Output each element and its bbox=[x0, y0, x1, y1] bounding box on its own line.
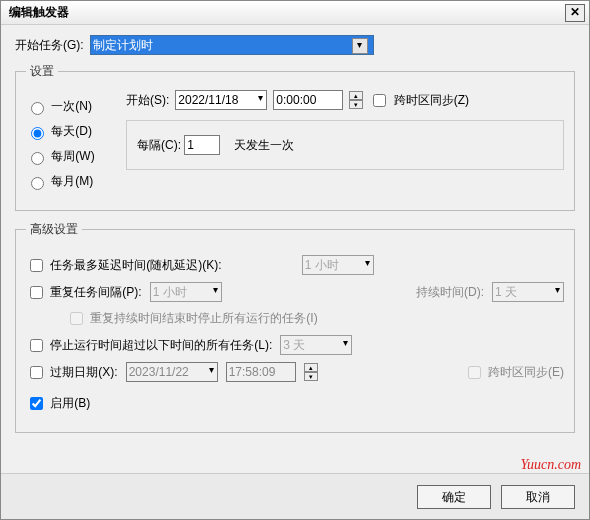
repeat-checkbox[interactable]: 重复任务间隔(P): bbox=[26, 283, 142, 302]
advanced-legend: 高级设置 bbox=[26, 221, 82, 238]
expire-date-input[interactable] bbox=[126, 362, 218, 382]
cancel-button[interactable]: 取消 bbox=[501, 485, 575, 509]
settings-legend: 设置 bbox=[26, 63, 58, 80]
recur-value-input[interactable] bbox=[184, 135, 220, 155]
time-spinner[interactable]: ▴▾ bbox=[349, 91, 363, 109]
start-date-input[interactable] bbox=[175, 90, 267, 110]
expire-spinner[interactable]: ▴▾ bbox=[304, 363, 318, 381]
delay-checkbox[interactable]: 任务最多延迟时间(随机延迟)(K): bbox=[26, 256, 222, 275]
stop-long-select[interactable]: 3 天 bbox=[280, 335, 352, 355]
recur-suffix: 天发生一次 bbox=[234, 138, 294, 152]
title-bar: 编辑触发器 ✕ bbox=[1, 1, 589, 25]
settings-group: 设置 一次(N) 每天(D) 每周(W) 每月(M) 开始(S): ▴▾ 跨时区… bbox=[15, 63, 575, 211]
begin-task-label: 开始任务(G): bbox=[15, 37, 84, 54]
ok-button[interactable]: 确定 bbox=[417, 485, 491, 509]
enabled-checkbox[interactable]: 启用(B) bbox=[26, 394, 90, 413]
expire-time-input[interactable] bbox=[226, 362, 296, 382]
stop-long-checkbox[interactable]: 停止运行时间超过以下时间的所有任务(L): bbox=[26, 336, 272, 355]
dialog-window: 编辑触发器 ✕ 开始任务(G): 制定计划时 设置 一次(N) 每天(D) 每周… bbox=[0, 0, 590, 520]
start-time-input[interactable] bbox=[273, 90, 343, 110]
start-label: 开始(S): bbox=[126, 92, 169, 109]
stop-at-end-checkbox: 重复持续时间结束时停止所有运行的任务(I) bbox=[66, 309, 318, 328]
expire-tz-checkbox: 跨时区同步(E) bbox=[464, 363, 564, 382]
tz-sync-checkbox[interactable]: 跨时区同步(Z) bbox=[369, 91, 469, 110]
duration-label: 持续时间(D): bbox=[416, 284, 484, 301]
dialog-footer: 确定 取消 bbox=[1, 473, 589, 519]
expire-checkbox[interactable]: 过期日期(X): bbox=[26, 363, 118, 382]
radio-monthly[interactable]: 每月(M) bbox=[26, 173, 114, 190]
repeat-select[interactable]: 1 小时 bbox=[150, 282, 222, 302]
radio-once[interactable]: 一次(N) bbox=[26, 98, 114, 115]
window-title: 编辑触发器 bbox=[5, 4, 565, 21]
recur-box: 每隔(C): 天发生一次 bbox=[126, 120, 564, 170]
watermark-text: Yuucn.com bbox=[520, 457, 581, 473]
duration-select[interactable]: 1 天 bbox=[492, 282, 564, 302]
begin-task-select[interactable]: 制定计划时 bbox=[90, 35, 374, 55]
delay-select[interactable]: 1 小时 bbox=[302, 255, 374, 275]
advanced-group: 高级设置 任务最多延迟时间(随机延迟)(K): 1 小时 重复任务间隔(P): … bbox=[15, 221, 575, 433]
recur-label: 每隔(C): bbox=[137, 138, 181, 152]
close-button[interactable]: ✕ bbox=[565, 4, 585, 22]
radio-daily[interactable]: 每天(D) bbox=[26, 123, 114, 140]
radio-weekly[interactable]: 每周(W) bbox=[26, 148, 114, 165]
